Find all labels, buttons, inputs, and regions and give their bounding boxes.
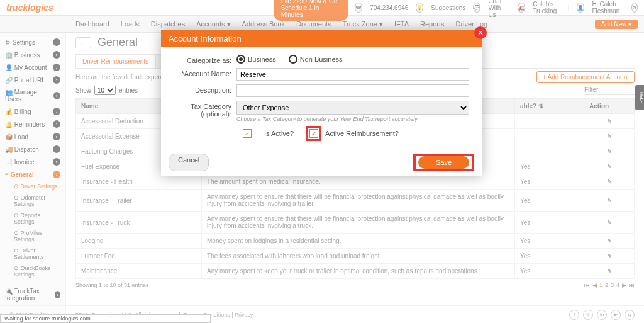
description-label: Description: (167, 84, 236, 94)
active-reimbursement-label: Active Reimbursement? (325, 130, 399, 137)
description-input[interactable] (236, 84, 469, 97)
tax-category-label: Tax Category (optional): (167, 101, 236, 118)
browser-status: Waiting for secure.trucklogics.com… (0, 314, 211, 323)
radio-on-icon (236, 55, 245, 64)
close-icon[interactable]: ✕ (474, 26, 487, 39)
highlight-reimbursement: ✓ (306, 126, 321, 141)
is-active-checkbox[interactable]: ✓ (243, 129, 252, 138)
cancel-button[interactable]: Cancel (169, 154, 209, 171)
save-button[interactable]: Save (418, 156, 469, 169)
radio-business[interactable]: Business (236, 55, 276, 64)
tax-category-select[interactable]: Other Expense (236, 101, 469, 115)
account-name-input[interactable] (236, 68, 469, 81)
account-info-modal: ✕ Account Information Categorize as: Bus… (161, 30, 482, 176)
radio-off-icon (289, 55, 297, 64)
radio-nonbusiness[interactable]: Non Business (289, 55, 343, 64)
tax-hint: Choose a Tax Category to generate your Y… (236, 116, 469, 122)
modal-title: Account Information (161, 30, 482, 47)
categorize-label: Categorize as: (167, 55, 236, 64)
is-active-label: Is Active? (264, 130, 294, 137)
highlight-save: Save (413, 154, 474, 171)
account-name-label: *Account Name: (167, 68, 236, 77)
active-reimbursement-checkbox[interactable]: ✓ (309, 129, 318, 138)
